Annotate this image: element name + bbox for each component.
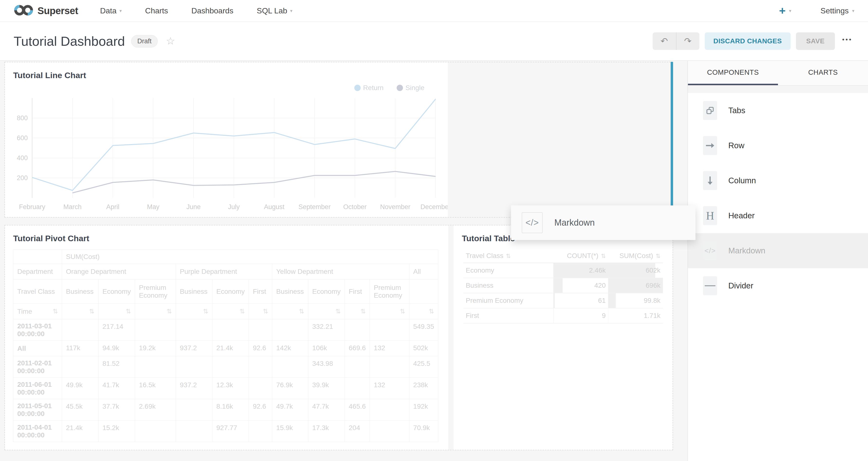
table-cell-travel-class: Premium Economy — [463, 293, 553, 308]
pivot-sort-col[interactable]: ⇅ — [272, 304, 308, 319]
sort-icon: ⇅ — [126, 308, 131, 315]
svg-text:200: 200 — [17, 174, 28, 182]
pivot-sort-col[interactable]: ⇅ — [135, 304, 176, 319]
table-column-header[interactable]: Travel Class⇅ — [463, 249, 553, 263]
pivot-sort-col[interactable]: ⇅ — [308, 304, 345, 319]
pivot-sort-col[interactable]: ⇅ — [98, 304, 135, 319]
nav-item-label: Dashboards — [191, 6, 234, 16]
sidebar-item-header[interactable]: HHeader — [688, 198, 868, 233]
legend-dot-icon — [354, 85, 361, 91]
pivot-class-col: Business — [62, 279, 98, 304]
nav-item-label: Charts — [145, 6, 168, 16]
sort-icon: ⇅ — [656, 253, 660, 259]
pivot-value-cell: 21.4k — [62, 421, 98, 442]
sidebar-item-label: Markdown — [728, 246, 765, 255]
sidebar-item-tabs[interactable]: Tabs — [688, 93, 868, 128]
svg-text:April: April — [106, 203, 120, 211]
top-navbar: Superset Data▾ChartsDashboardsSQL Lab▾ +… — [0, 0, 868, 22]
pivot-value-cell — [272, 356, 308, 378]
pivot-class-col: Economy — [212, 279, 249, 304]
table-row[interactable]: Business420696k — [463, 278, 663, 293]
nav-item-dashboards[interactable]: Dashboards — [191, 6, 234, 16]
pivot-sort-col[interactable]: ⇅ — [249, 304, 272, 319]
svg-text:400: 400 — [17, 154, 28, 162]
table-column-header[interactable]: COUNT(*)⇅ — [553, 249, 608, 263]
pivot-value-cell: 76.9k — [272, 378, 308, 399]
undo-redo-group: ↶ ↷ — [653, 32, 700, 50]
tab-components[interactable]: COMPONENTS — [688, 61, 778, 85]
redo-button[interactable]: ↷ — [676, 32, 700, 50]
pivot-class-col — [409, 279, 438, 304]
pivot-value-cell: 15.2k — [98, 421, 135, 442]
pivot-data-row: 2011-03-01 00:00:00217.14332.21549.35 — [13, 319, 438, 341]
nav-item-sql-lab[interactable]: SQL Lab▾ — [257, 6, 292, 16]
superset-logo[interactable]: Superset — [13, 4, 78, 18]
chart-title: Tutorial Pivot Chart — [5, 225, 448, 243]
sidebar-tabs: COMPONENTSCHARTS — [688, 61, 868, 86]
line-chart-card[interactable]: Tutorial Line Chart ReturnSingle Februar… — [5, 62, 448, 217]
sidebar-item-row[interactable]: Row — [688, 128, 868, 163]
pivot-class-col: Economy — [308, 279, 345, 304]
sidebar-item-column[interactable]: Column — [688, 163, 868, 198]
pivot-sort-col[interactable]: ⇅ — [345, 304, 370, 319]
header-actions: ↶ ↷ DISCARD CHANGES SAVE ••• — [653, 32, 855, 50]
pivot-row-time: 2011-05-01 00:00:00 — [13, 399, 62, 421]
pivot-sort-cell: ⇅ — [102, 308, 131, 315]
pivot-data-row: All117k94.9k19.2k937.221.4k92.6142k106k6… — [13, 341, 438, 356]
pivot-chart-card[interactable]: Tutorial Pivot Chart SUM(Cost)Department… — [5, 225, 448, 450]
table-column-header[interactable]: SUM(Cost)⇅ — [608, 249, 663, 263]
table-row[interactable]: Economy2.46k602k — [463, 263, 663, 278]
pivot-sort-time[interactable]: Time⇅ — [13, 304, 62, 319]
pivot-department-label: Department — [13, 264, 62, 279]
pivot-value-cell — [176, 319, 212, 341]
nav-item-charts[interactable]: Charts — [145, 6, 168, 16]
pivot-sort-row: Time⇅⇅⇅⇅⇅⇅⇅⇅⇅⇅⇅⇅ — [13, 304, 438, 319]
pivot-value-cell — [249, 378, 272, 399]
pivot-sort-col[interactable]: ⇅ — [212, 304, 249, 319]
legend-label: Single — [405, 84, 424, 92]
pivot-data-row: 2011-06-01 00:00:0049.9k41.7k16.5k937.21… — [13, 378, 438, 399]
table-chart-card[interactable]: Tutorial Table Travel Class⇅COUNT(*)⇅SUM… — [454, 225, 673, 450]
more-menu-button[interactable]: ••• — [840, 36, 855, 47]
new-item-button[interactable]: + ▾ — [779, 5, 791, 16]
save-button[interactable]: SAVE — [796, 32, 835, 50]
dragged-markdown-card[interactable]: </> Markdown — [511, 206, 695, 240]
settings-menu[interactable]: Settings ▾ — [820, 6, 855, 16]
pivot-row-time: 2011-02-01 00:00:00 — [13, 356, 62, 378]
pivot-value-cell: 204 — [345, 421, 370, 442]
pivot-value-cell: 142k — [272, 341, 308, 356]
table-row[interactable]: First91.71k — [463, 308, 663, 323]
pivot-sort-col[interactable]: ⇅ — [176, 304, 212, 319]
legend-item-single[interactable]: Single — [397, 84, 424, 92]
pivot-value-cell: 2.69k — [135, 399, 176, 421]
page-title[interactable]: Tutorial Dashboard — [10, 34, 125, 49]
markdown-icon: </> — [522, 212, 542, 233]
sidebar-item-divider[interactable]: Divider — [688, 268, 868, 303]
tutorial-table-grid: Travel Class⇅COUNT(*)⇅SUM(Cost)⇅Economy2… — [463, 249, 663, 324]
line-chart-svg: FebruaryMarchAprilMayJuneJulyAugustSepte… — [5, 95, 448, 214]
pivot-class-col: Business — [272, 279, 308, 304]
drop-indicator-bar — [671, 62, 673, 218]
nav-item-data[interactable]: Data▾ — [100, 6, 122, 16]
tab-charts[interactable]: CHARTS — [778, 61, 868, 85]
brand-name: Superset — [37, 5, 78, 16]
undo-button[interactable]: ↶ — [653, 32, 676, 50]
sidebar-item-label: Row — [728, 141, 744, 150]
sidebar-item-markdown[interactable]: </>Markdown — [688, 233, 868, 268]
superset-infinity-icon — [13, 4, 34, 18]
pivot-data-row: 2011-02-01 00:00:0081.52343.98425.5 — [13, 356, 438, 378]
pivot-value-cell — [370, 421, 409, 442]
sort-icon: ⇅ — [89, 308, 94, 315]
pivot-value-cell — [345, 356, 370, 378]
discard-changes-button[interactable]: DISCARD CHANGES — [705, 32, 790, 50]
pivot-sort-col[interactable]: ⇅ — [370, 304, 409, 319]
pivot-value-cell — [176, 356, 212, 378]
favorite-star-icon[interactable]: ☆ — [166, 36, 175, 46]
pivot-sort-col[interactable]: ⇅ — [409, 304, 438, 319]
legend-item-return[interactable]: Return — [354, 84, 383, 92]
table-row[interactable]: Premium Economy6199.8k — [463, 293, 663, 308]
pivot-sort-col[interactable]: ⇅ — [62, 304, 98, 319]
pivot-sort-cell: ⇅ — [139, 308, 172, 315]
chevron-down-icon: ▾ — [789, 8, 792, 13]
pivot-sort-cell: Time⇅ — [17, 308, 58, 315]
